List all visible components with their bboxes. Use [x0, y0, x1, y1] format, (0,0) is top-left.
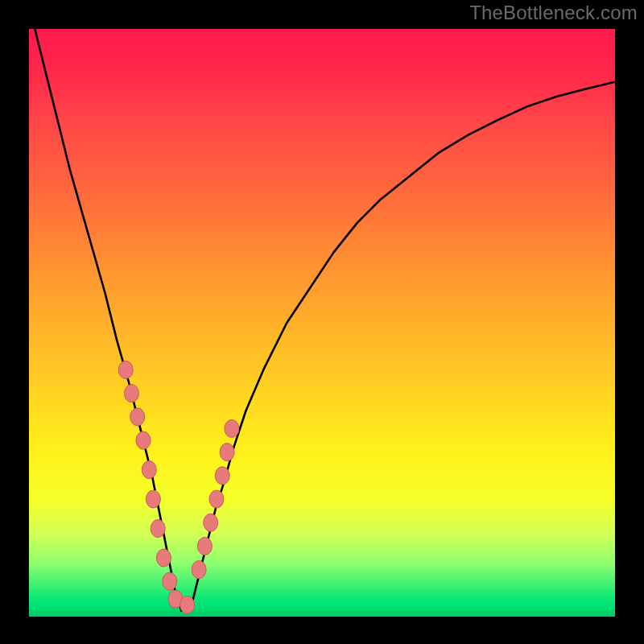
plot-area: [29, 29, 615, 617]
watermark-text: TheBottleneck.com: [469, 2, 638, 24]
curve-marker: [215, 467, 229, 485]
curve-marker: [197, 537, 212, 555]
curve-marker: [130, 408, 145, 426]
curve-marker: [136, 431, 151, 449]
curve-marker: [225, 419, 239, 437]
chart-frame: TheBottleneck.com: [0, 0, 644, 644]
curve-marker: [142, 461, 156, 479]
curve-marker: [118, 361, 133, 378]
curve-marker: [209, 490, 224, 508]
chart-svg: [29, 29, 615, 617]
curve-marker: [220, 444, 234, 461]
curve-marker: [156, 549, 171, 567]
curve-marker: [163, 572, 177, 590]
curve-marker: [124, 385, 138, 402]
curve-marker: [204, 514, 218, 531]
curve-marker: [192, 561, 206, 579]
curve-marker: [151, 520, 165, 538]
bottleneck-curve: [35, 29, 615, 611]
curve-marker: [180, 596, 195, 613]
curve-marker: [146, 490, 160, 508]
